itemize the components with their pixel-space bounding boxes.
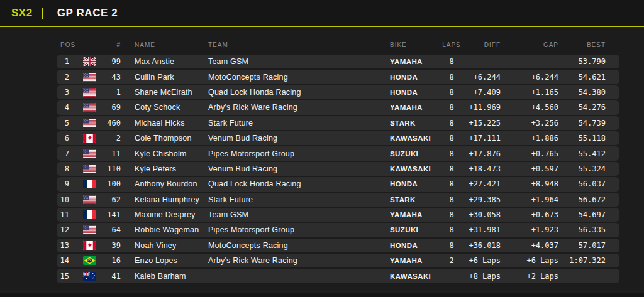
rider-name-cell: Max Anstie [121, 57, 208, 66]
bike-cell: YAMAHA [390, 257, 439, 264]
position-cell: 12 [57, 225, 82, 234]
gap-cell: +6.244 [501, 73, 558, 82]
table-row[interactable]: 3 1 Shane McElrath Quad Lock Honda Racin… [57, 85, 619, 99]
rider-name-cell: Cole Thompson [121, 134, 208, 143]
table-row[interactable]: 11 141 Maxime Desprey Team GSM YAMAHA 8 … [57, 208, 619, 222]
race-number-cell: 43 [104, 73, 121, 82]
team-cell: Arby's Rick Ware Racing [208, 103, 390, 112]
diff-cell: +30.058 [464, 210, 501, 219]
table-row[interactable]: 12 64 Robbie Wageman Pipes Motorsport Gr… [57, 223, 619, 237]
race-number-cell: 99 [104, 57, 121, 66]
page-title: GP RACE 2 [57, 7, 118, 19]
bike-cell: KAWASAKI [390, 273, 439, 280]
gap-cell: +1.964 [501, 195, 558, 204]
laps-cell: 8 [439, 225, 464, 234]
usa-flag-icon [82, 73, 104, 82]
table-row[interactable]: 6 2 Cole Thompson Venum Bud Racing KAWAS… [57, 131, 619, 145]
gap-cell: +0.765 [501, 149, 558, 158]
laps-cell: 8 [439, 210, 464, 219]
gap-cell: +4.037 [501, 241, 558, 250]
table-row[interactable]: 13 39 Noah Viney MotoConcepts Racing HON… [57, 239, 619, 252]
team-cell: Venum Bud Racing [208, 134, 390, 143]
table-row[interactable]: 9 100 Anthony Bourdon Quad Lock Honda Ra… [57, 177, 619, 191]
laps-cell: 2 [439, 256, 464, 265]
diff-cell: +27.421 [464, 180, 501, 188]
usa-flag-icon [82, 165, 104, 173]
position-cell: 1 [57, 57, 82, 66]
race-number-cell: 69 [104, 103, 121, 112]
rider-name-cell: Coty Schock [121, 103, 208, 112]
position-cell: 8 [57, 165, 82, 173]
bike-cell: HONDA [390, 180, 439, 188]
race-number-cell: 100 [104, 180, 121, 188]
laps-cell: 8 [439, 88, 464, 97]
gap-cell: +8.948 [501, 180, 558, 188]
best-lap-cell: 54.739 [558, 119, 606, 127]
diff-cell: +15.225 [464, 119, 501, 127]
bike-cell: STARK [390, 119, 439, 127]
usa-flag-icon [82, 103, 104, 112]
series-label: SX2 [11, 7, 33, 19]
position-cell: 14 [57, 256, 82, 265]
table-row[interactable]: 8 110 Kyle Peters Venum Bud Racing KAWAS… [57, 162, 619, 176]
team-cell: MotoConcepts Racing [208, 241, 390, 250]
best-lap-cell: 54.697 [558, 210, 606, 219]
table-row[interactable]: 2 43 Cullin Park MotoConcepts Racing HON… [57, 70, 619, 84]
best-lap-cell: 54.276 [558, 103, 606, 112]
bike-cell: SUZUKI [390, 226, 439, 234]
results-panel: POS # NAME TEAM BIKE LAPS DIFF GAP BEST … [0, 27, 644, 283]
column-header-diff: DIFF [464, 41, 501, 48]
rider-name-cell: Cullin Park [121, 73, 208, 82]
rider-name-cell: Anthony Bourdon [121, 180, 208, 188]
column-header-bike: BIKE [390, 41, 439, 48]
bike-cell: YAMAHA [390, 58, 439, 65]
column-header-best: BEST [558, 41, 606, 48]
best-lap-cell: 57.017 [558, 241, 606, 250]
laps-cell: 8 [439, 134, 464, 143]
diff-cell: +18.473 [464, 165, 501, 173]
france-flag-icon [82, 210, 104, 219]
brazil-flag-icon [82, 256, 104, 265]
table-row[interactable]: 5 460 Michael Hicks Stark Future STARK 8… [57, 116, 619, 130]
rider-name-cell: Robbie Wageman [121, 225, 208, 234]
table-row[interactable]: 14 16 Enzo Lopes Arby's Rick Ware Racing… [57, 254, 619, 267]
column-header-team: TEAM [208, 41, 390, 48]
diff-cell: +29.385 [464, 195, 501, 204]
best-lap-cell: 54.621 [558, 73, 606, 82]
team-cell: Quad Lock Honda Racing [208, 180, 390, 188]
laps-cell: 8 [439, 195, 464, 204]
bike-cell: HONDA [390, 89, 439, 96]
team-cell: MotoConcepts Racing [208, 73, 390, 82]
race-number-cell: 2 [104, 134, 121, 143]
bike-cell: STARK [390, 196, 439, 203]
diff-cell: +8 Laps [464, 272, 501, 281]
position-cell: 6 [57, 134, 82, 143]
position-cell: 5 [57, 119, 82, 127]
table-row[interactable]: 1 99 Max Anstie Team GSM YAMAHA 8 53.790 [57, 55, 619, 68]
column-header-laps: LAPS [439, 41, 464, 48]
usa-flag-icon [82, 88, 104, 97]
team-cell: Stark Future [208, 119, 390, 127]
position-cell: 11 [57, 210, 82, 219]
diff-cell: +6 Laps [464, 256, 501, 265]
table-row[interactable]: 4 69 Coty Schock Arby's Rick Ware Racing… [57, 100, 619, 114]
best-lap-cell: 55.324 [558, 165, 606, 173]
column-header-number: # [104, 41, 121, 48]
race-number-cell: 16 [104, 256, 121, 265]
bike-cell: SUZUKI [390, 150, 439, 158]
australia-flag-icon [82, 272, 104, 281]
team-cell: Quad Lock Honda Racing [208, 88, 390, 97]
table-row[interactable]: 7 11 Kyle Chisholm Pipes Motorsport Grou… [57, 146, 619, 160]
laps-cell: 8 [439, 180, 464, 188]
laps-cell: 8 [439, 57, 464, 66]
laps-cell: 8 [439, 149, 464, 158]
united-kingdom-flag-icon [82, 57, 104, 66]
window-bottom-edge [0, 293, 644, 297]
rider-name-cell: Noah Viney [121, 241, 208, 250]
gap-cell: +1.923 [501, 225, 558, 234]
best-lap-cell: 1:07.322 [558, 256, 606, 265]
table-row[interactable]: 10 62 Kelana Humphrey Stark Future STARK… [57, 193, 619, 207]
france-flag-icon [82, 180, 104, 188]
gap-cell: +6 Laps [501, 256, 558, 265]
table-row[interactable]: 15 41 Kaleb Barham KAWASAKI +8 Laps +2 L… [57, 269, 619, 283]
